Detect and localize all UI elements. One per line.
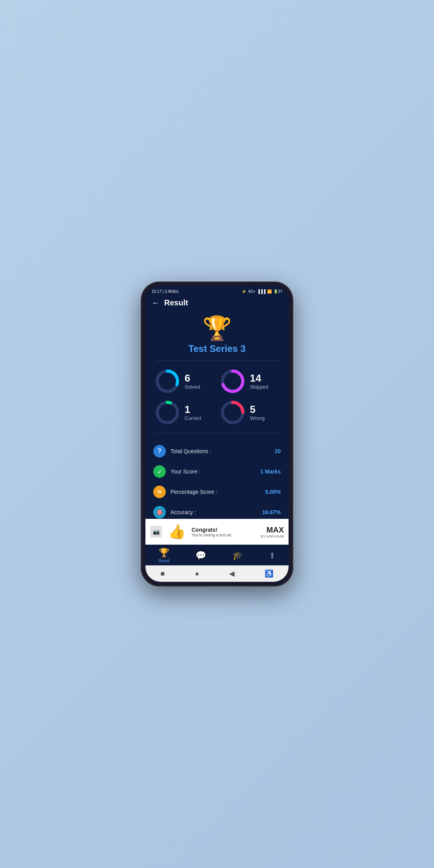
correct-label: Correct (185, 415, 201, 421)
stats-grid: 6 Solved 14 Skipped (145, 364, 289, 430)
ad-sub-text: You're seeing a test ad. (192, 533, 258, 537)
battery-icon: 🔋37 (273, 289, 282, 294)
donut-skipped (220, 369, 245, 394)
nav-share-icon: ⬆ (269, 551, 276, 560)
stat-solved: 6 Solved (155, 369, 214, 394)
total-questions-label: Total Questions : (170, 448, 270, 454)
donut-wrong (220, 400, 245, 425)
main-scroll: 🏆 Test Series 3 6 Solved (145, 310, 289, 519)
wrong-label: Wrong (250, 415, 265, 421)
ad-thumb: 👍 (165, 522, 188, 542)
your-score-value: 1 Marks (260, 468, 281, 475)
ad-brand-sub: BY APPLOVIN (261, 534, 284, 538)
ad-camera-icon: 📷 (150, 526, 162, 538)
sys-accessibility-button[interactable]: ♿ (265, 569, 273, 578)
wrong-number: 5 (250, 404, 265, 414)
top-bar: ← Result (145, 295, 289, 310)
status-icons: ⚡ 4G+ ▐▐▐ 📶 🔋37 (242, 289, 282, 294)
bottom-nav: 🏆 Result 💬 🎓 ⬆ (145, 545, 289, 565)
skipped-label: Skipped (250, 384, 268, 390)
percentage-label: Percentage Score : (170, 489, 260, 495)
accuracy-label: Accuracy : (170, 509, 258, 515)
phone-screen: 15:17 | 2.9KB/s ⚡ 4G+ ▐▐▐ 📶 🔋37 ← Result… (145, 286, 289, 582)
percentage-icon: % (153, 486, 166, 498)
stat-skipped: 14 Skipped (220, 369, 279, 394)
nav-discussion-icon: 💬 (195, 551, 206, 561)
stat-correct-text: 1 Correct (185, 404, 201, 421)
nav-result-icon: 🏆 (159, 548, 169, 558)
accuracy-value: 16.67% (262, 509, 281, 515)
nav-discussion[interactable]: 💬 (195, 551, 206, 561)
ad-image: 👍 (168, 524, 186, 540)
stat-correct: 1 Correct (155, 400, 214, 425)
your-score-icon: ✓ (153, 465, 166, 478)
total-questions-value: 20 (274, 448, 281, 454)
your-score-label: Your Score : (170, 468, 256, 475)
info-total-questions: ? Total Questions : 20 (153, 441, 281, 461)
signal-icon: ▐▐▐ (257, 289, 265, 294)
wifi-icon: 📶 (267, 289, 272, 294)
sys-stop-button[interactable]: ■ (161, 570, 165, 578)
ad-brand-name: MAX (261, 525, 284, 534)
donut-correct (155, 400, 180, 425)
correct-number: 1 (185, 404, 201, 414)
svg-point-4 (157, 402, 178, 423)
sys-back-button[interactable]: ◀ (229, 569, 235, 578)
solved-number: 6 (185, 373, 200, 383)
divider-1 (156, 360, 278, 361)
sys-home-button[interactable]: ● (195, 570, 199, 578)
total-questions-icon: ? (153, 445, 166, 457)
info-percentage: % Percentage Score : 5.00% (153, 482, 281, 502)
trophy-icon: 🏆 (203, 317, 232, 340)
back-button[interactable]: ← (152, 298, 160, 307)
status-time: 15:17 | 2.9KB/s (152, 289, 178, 294)
info-accuracy: 🎯 Accuracy : 16.67% (153, 502, 281, 519)
stat-wrong: 5 Wrong (220, 400, 279, 425)
system-bar: ■ ● ◀ ♿ (145, 565, 289, 582)
info-your-score: ✓ Your Score : 1 Marks (153, 461, 281, 482)
solved-label: Solved (185, 384, 200, 390)
info-section: ? Total Questions : 20 ✓ Your Score : 1 … (145, 436, 289, 519)
trophy-section: 🏆 Test Series 3 (145, 310, 289, 357)
stat-skipped-text: 14 Skipped (250, 373, 268, 390)
ad-congrats: Congrats! (192, 527, 258, 533)
skipped-number: 14 (250, 373, 268, 383)
nav-result-label: Result (158, 559, 169, 563)
phone-frame: 15:17 | 2.9KB/s ⚡ 4G+ ▐▐▐ 📶 🔋37 ← Result… (141, 282, 293, 586)
bluetooth-icon: ⚡ (242, 289, 246, 294)
accuracy-icon: 🎯 (153, 506, 166, 518)
nav-learn-icon: 🎓 (232, 551, 243, 561)
ad-text: Congrats! You're seeing a test ad. (192, 527, 258, 537)
ad-brand-section: MAX BY APPLOVIN (261, 525, 284, 538)
stat-solved-text: 6 Solved (185, 373, 200, 390)
divider-2 (156, 433, 278, 433)
test-title: Test Series 3 (188, 343, 246, 354)
ad-banner: 📷 👍 Congrats! You're seeing a test ad. M… (145, 519, 289, 545)
network-icon: 4G+ (248, 289, 255, 294)
nav-learn[interactable]: 🎓 (232, 551, 243, 561)
stat-wrong-text: 5 Wrong (250, 404, 265, 421)
status-bar: 15:17 | 2.9KB/s ⚡ 4G+ ▐▐▐ 📶 🔋37 (145, 286, 289, 295)
donut-solved (155, 369, 180, 394)
nav-result[interactable]: 🏆 Result (158, 548, 169, 563)
nav-share[interactable]: ⬆ (269, 551, 276, 560)
page-title: Result (164, 298, 188, 307)
percentage-value: 5.00% (265, 489, 281, 495)
